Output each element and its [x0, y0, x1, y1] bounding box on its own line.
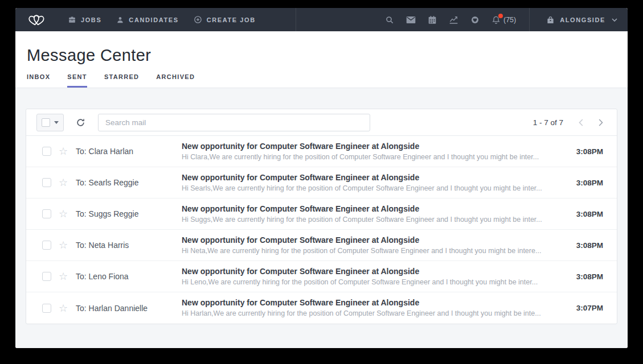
email-summary: New opportunity for Computer Software En… — [182, 267, 576, 287]
email-time: 3:08PM — [576, 179, 603, 187]
app-window: JOBS CANDIDATES CREATE JOB — [15, 8, 628, 348]
chart-icon[interactable] — [449, 15, 458, 24]
mail-toolbar: 1 - 7 of 7 — [26, 109, 617, 136]
email-summary: New opportunity for Computer Software En… — [182, 235, 576, 255]
email-time: 3:07PM — [576, 304, 603, 312]
select-all-dropdown[interactable] — [36, 114, 64, 131]
tabs: INBOXSENTSTARREDARCHIVED — [27, 73, 616, 88]
email-subject: New opportunity for Computer Software En… — [182, 173, 568, 183]
menu-item-create-job[interactable]: CREATE JOB — [194, 15, 256, 24]
email-checkbox[interactable] — [42, 178, 51, 187]
email-row[interactable]: ☆ To: Searls Reggie New opportunity for … — [26, 167, 617, 198]
email-recipient: To: Harlan Dannielle — [76, 304, 182, 313]
email-subject: New opportunity for Computer Software En… — [182, 235, 568, 245]
email-time: 3:08PM — [576, 210, 603, 218]
email-preview: Hi Neta,We are currently hiring for the … — [182, 247, 568, 255]
mail-list-card: 1 - 7 of 7 ☆ To: Clara Harlan New opport… — [26, 109, 617, 324]
menu-label: JOBS — [81, 16, 101, 23]
bag-icon — [546, 15, 555, 24]
email-row[interactable]: ☆ To: Neta Harris New opportunity for Co… — [26, 230, 617, 261]
navbar-section-divider — [296, 8, 296, 31]
email-summary: New opportunity for Computer Software En… — [182, 298, 576, 318]
email-checkbox[interactable] — [42, 241, 51, 250]
refresh-icon[interactable] — [76, 118, 85, 127]
person-icon — [116, 16, 124, 24]
email-checkbox[interactable] — [42, 147, 51, 156]
top-navbar: JOBS CANDIDATES CREATE JOB — [15, 8, 628, 31]
star-icon[interactable]: ☆ — [59, 240, 69, 250]
star-icon[interactable]: ☆ — [59, 209, 69, 219]
notification-dot — [498, 14, 503, 18]
email-checkbox[interactable] — [42, 209, 51, 218]
email-preview: Hi Clara,We are currently hiring for the… — [182, 153, 568, 162]
navbar-actions: (75) ALONGSIDE — [385, 8, 617, 31]
email-preview: Hi Searls,We are currently hiring for th… — [182, 184, 568, 193]
email-recipient: To: Clara Harlan — [76, 147, 182, 156]
email-row[interactable]: ☆ To: Suggs Reggie New opportunity for C… — [26, 198, 617, 230]
chevron-right-icon[interactable] — [599, 119, 603, 126]
page-range: 1 - 7 of 7 — [533, 118, 563, 127]
logo-hearts-icon[interactable] — [27, 11, 46, 28]
tab-sent[interactable]: SENT — [67, 73, 87, 88]
email-summary: New opportunity for Computer Software En… — [182, 173, 576, 193]
email-subject: New opportunity for Computer Software En… — [182, 298, 568, 308]
email-recipient: To: Suggs Reggie — [76, 209, 182, 218]
email-checkbox[interactable] — [42, 304, 51, 313]
email-preview: Hi Suggs,We are currently hiring for the… — [182, 216, 568, 224]
email-recipient: To: Searls Reggie — [76, 178, 182, 187]
heart-globe-icon[interactable] — [470, 15, 480, 24]
plus-circle-icon — [194, 15, 202, 24]
email-summary: New opportunity for Computer Software En… — [182, 142, 576, 162]
notifications-button[interactable]: (75) — [492, 15, 516, 24]
email-row[interactable]: ☆ To: Harlan Dannielle New opportunity f… — [26, 292, 617, 324]
chevron-down-icon — [612, 18, 617, 22]
email-list: ☆ To: Clara Harlan New opportunity for C… — [26, 136, 617, 324]
menu-label: CREATE JOB — [207, 16, 256, 23]
email-summary: New opportunity for Computer Software En… — [182, 204, 576, 224]
calendar-icon[interactable] — [428, 15, 437, 24]
page-content: 1 - 7 of 7 ☆ To: Clara Harlan New opport… — [15, 88, 628, 348]
email-subject: New opportunity for Computer Software En… — [182, 142, 568, 151]
page-header: Message Center INBOXSENTSTARREDARCHIVED — [15, 31, 628, 88]
email-recipient: To: Neta Harris — [76, 241, 182, 250]
email-checkbox[interactable] — [42, 272, 51, 281]
search-icon[interactable] — [385, 15, 394, 24]
account-name: ALONGSIDE — [560, 16, 605, 23]
menu-item-jobs[interactable]: JOBS — [68, 15, 101, 24]
menu-label: CANDIDATES — [129, 16, 178, 23]
page-title: Message Center — [27, 46, 616, 65]
email-time: 3:08PM — [576, 147, 603, 156]
tab-archived[interactable]: ARCHIVED — [156, 73, 195, 88]
email-row[interactable]: ☆ To: Leno Fiona New opportunity for Com… — [26, 261, 617, 292]
email-row[interactable]: ☆ To: Clara Harlan New opportunity for C… — [26, 136, 617, 167]
bell-icon — [492, 15, 501, 24]
main-menu: JOBS CANDIDATES CREATE JOB — [68, 15, 256, 24]
star-icon[interactable]: ☆ — [59, 146, 69, 156]
email-recipient: To: Leno Fiona — [76, 272, 182, 281]
select-all-checkbox[interactable] — [42, 118, 50, 127]
caret-down-icon — [54, 121, 59, 124]
email-subject: New opportunity for Computer Software En… — [182, 267, 568, 276]
notification-count: (75) — [503, 16, 516, 24]
email-preview: Hi Harlan,We are currently hiring for th… — [182, 309, 568, 318]
star-icon[interactable]: ☆ — [59, 303, 69, 313]
envelope-icon[interactable] — [406, 16, 416, 24]
email-time: 3:08PM — [576, 272, 603, 281]
email-subject: New opportunity for Computer Software En… — [182, 204, 568, 214]
tab-inbox[interactable]: INBOX — [27, 73, 50, 88]
chevron-left-icon[interactable] — [579, 119, 583, 126]
star-icon[interactable]: ☆ — [59, 271, 69, 282]
account-menu[interactable]: ALONGSIDE — [543, 15, 617, 24]
menu-item-candidates[interactable]: CANDIDATES — [116, 16, 178, 24]
pagination: 1 - 7 of 7 — [533, 118, 603, 127]
email-preview: Hi Leno,We are currently hiring for the … — [182, 278, 568, 287]
navbar-divider — [529, 8, 530, 31]
search-mail-input[interactable] — [98, 114, 370, 131]
email-time: 3:08PM — [576, 241, 603, 250]
tab-starred[interactable]: STARRED — [104, 73, 139, 88]
briefcase-icon — [68, 15, 76, 24]
star-icon[interactable]: ☆ — [59, 177, 69, 188]
